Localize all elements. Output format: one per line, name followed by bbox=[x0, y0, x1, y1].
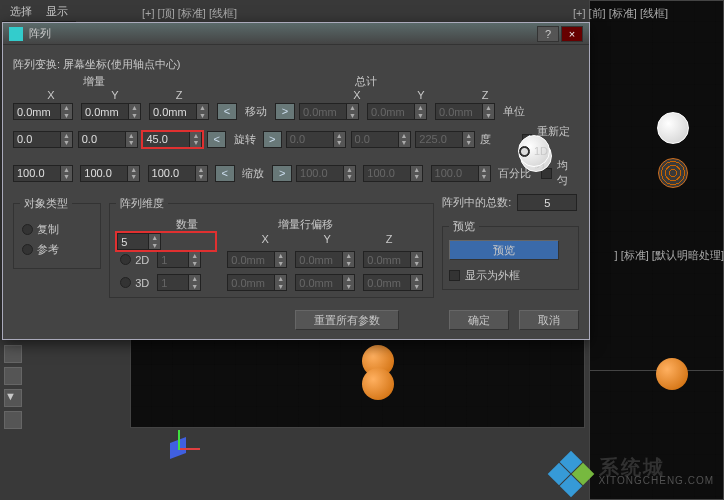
axis-gizmo[interactable] bbox=[160, 430, 200, 470]
close-button[interactable]: × bbox=[561, 26, 583, 42]
tool-2[interactable] bbox=[4, 367, 22, 385]
d2-z[interactable]: ▲▼ bbox=[363, 251, 427, 268]
tool-4[interactable] bbox=[4, 411, 22, 429]
unit-move: 单位 bbox=[503, 104, 543, 119]
array-dialog: 阵列 ? × 阵列变换: 屏幕坐标(使用轴点中心) 增量 总计 XYZ XYZ … bbox=[2, 22, 590, 340]
rot-tx[interactable]: ▲▼ bbox=[286, 131, 347, 148]
watermark-logo bbox=[551, 454, 591, 494]
move-ix[interactable]: ▲▼ bbox=[13, 103, 77, 120]
d3-y[interactable]: ▲▼ bbox=[295, 274, 359, 291]
total-label: 阵列中的总数: bbox=[442, 195, 511, 210]
scl-left[interactable]: < bbox=[215, 165, 235, 182]
move-tz[interactable]: ▲▼ bbox=[435, 103, 499, 120]
rowoff-hdr: 增量行偏移 bbox=[278, 217, 333, 232]
cancel-button[interactable]: 取消 bbox=[519, 310, 579, 330]
move-ty[interactable]: ▲▼ bbox=[367, 103, 431, 120]
wire-check[interactable]: 显示为外框 bbox=[449, 268, 572, 283]
menu-display[interactable]: 显示 bbox=[46, 4, 68, 19]
rot-right[interactable]: > bbox=[263, 131, 282, 148]
reset-button[interactable]: 重置所有参数 bbox=[295, 310, 399, 330]
rot-ix[interactable]: ▲▼ bbox=[13, 131, 74, 148]
sphere-b[interactable] bbox=[362, 368, 394, 400]
radio-2d[interactable]: 2D bbox=[120, 254, 149, 266]
count-hdr: 数量 bbox=[164, 217, 210, 232]
op-scale: 缩放 bbox=[239, 166, 269, 181]
app-icon bbox=[9, 27, 23, 41]
preview-group: 预览 预览 显示为外框 bbox=[442, 219, 579, 290]
radio-reference[interactable]: 参考 bbox=[22, 242, 92, 257]
viewport-label-persp[interactable]: ] [标准] [默认明暗处理] bbox=[615, 248, 724, 263]
object-type-group: 对象类型 复制 实例 参考 bbox=[13, 196, 101, 269]
sphere-c[interactable] bbox=[656, 358, 688, 390]
preview-button[interactable]: 预览 bbox=[449, 240, 559, 260]
rot-iy[interactable]: ▲▼ bbox=[78, 131, 139, 148]
dim-x: X bbox=[236, 233, 294, 245]
watermark-en: XITONGCHENG.COM bbox=[599, 474, 714, 488]
dim-legend: 阵列维度 bbox=[116, 196, 168, 211]
count-3d[interactable]: ▲▼ bbox=[157, 274, 205, 291]
move-left[interactable]: < bbox=[217, 103, 237, 120]
hdr-y: Y bbox=[83, 89, 147, 101]
wire-sphere[interactable] bbox=[658, 158, 688, 188]
count-2d[interactable]: ▲▼ bbox=[157, 251, 205, 268]
preview-legend: 预览 bbox=[449, 219, 479, 234]
total-value bbox=[517, 194, 577, 211]
hdr-x: X bbox=[19, 89, 83, 101]
array-dimensions-group: 阵列维度 数量 增量行偏移 1D ▲▼ X Y Z 2D bbox=[109, 196, 434, 298]
move-tx[interactable]: ▲▼ bbox=[299, 103, 363, 120]
scl-ix[interactable]: ▲▼ bbox=[13, 165, 76, 182]
d3-z[interactable]: ▲▼ bbox=[363, 274, 427, 291]
side-toolbar: ▼ bbox=[4, 345, 24, 433]
rot-iz[interactable]: ▲▼ bbox=[142, 131, 203, 148]
viewport-label-front[interactable]: [+] [前] [标准] [线框] bbox=[573, 6, 668, 21]
hdr-ty: Y bbox=[389, 89, 453, 101]
menu-select[interactable]: 选择 bbox=[10, 4, 32, 19]
selected-sphere[interactable] bbox=[657, 112, 689, 144]
radio-copy[interactable]: 复制 bbox=[22, 222, 92, 237]
hdr-tz: Z bbox=[453, 89, 517, 101]
move-right[interactable]: > bbox=[275, 103, 295, 120]
tool-3[interactable]: ▼ bbox=[4, 389, 22, 407]
d3-x[interactable]: ▲▼ bbox=[227, 274, 291, 291]
scl-iz[interactable]: ▲▼ bbox=[148, 165, 211, 182]
help-button[interactable]: ? bbox=[537, 26, 559, 42]
op-rotate: 旋转 bbox=[230, 132, 258, 147]
menu-bar: 选择 显示 bbox=[2, 2, 76, 22]
transform-header: 阵列变换: 屏幕坐标(使用轴点中心) bbox=[13, 57, 579, 72]
op-move: 移动 bbox=[241, 104, 271, 119]
watermark-cn: 系统城 bbox=[599, 460, 714, 474]
scl-ty[interactable]: ▲▼ bbox=[363, 165, 426, 182]
count-1d[interactable]: ▲▼ bbox=[117, 233, 165, 250]
viewport-label-top[interactable]: [+] [顶] [标准] [线框] bbox=[142, 6, 237, 21]
hdr-z: Z bbox=[147, 89, 211, 101]
dim-z: Z bbox=[360, 233, 418, 245]
unit-rot: 度 bbox=[480, 132, 518, 147]
rot-tz[interactable]: ▲▼ bbox=[415, 131, 476, 148]
ok-button[interactable]: 确定 bbox=[449, 310, 509, 330]
move-iz[interactable]: ▲▼ bbox=[149, 103, 213, 120]
rot-ty[interactable]: ▲▼ bbox=[351, 131, 412, 148]
dim-y: Y bbox=[298, 233, 356, 245]
titlebar[interactable]: 阵列 ? × bbox=[3, 23, 589, 45]
dialog-title: 阵列 bbox=[29, 26, 51, 41]
radio-3d[interactable]: 3D bbox=[120, 277, 149, 289]
object-type-legend: 对象类型 bbox=[20, 196, 72, 211]
tool-1[interactable] bbox=[4, 345, 22, 363]
scl-right[interactable]: > bbox=[272, 165, 292, 182]
d2-y[interactable]: ▲▼ bbox=[295, 251, 359, 268]
watermark: 系统城 XITONGCHENG.COM bbox=[551, 454, 714, 494]
d2-x[interactable]: ▲▼ bbox=[227, 251, 291, 268]
scl-iy[interactable]: ▲▼ bbox=[80, 165, 143, 182]
incremental-label: 增量 bbox=[83, 74, 105, 89]
rot-left[interactable]: < bbox=[207, 131, 226, 148]
scl-tx[interactable]: ▲▼ bbox=[296, 165, 359, 182]
hdr-tx: X bbox=[325, 89, 389, 101]
totals-label: 总计 bbox=[355, 74, 377, 89]
move-iy[interactable]: ▲▼ bbox=[81, 103, 145, 120]
radio-1d[interactable]: 1D bbox=[518, 135, 550, 167]
scl-tz[interactable]: ▲▼ bbox=[431, 165, 494, 182]
